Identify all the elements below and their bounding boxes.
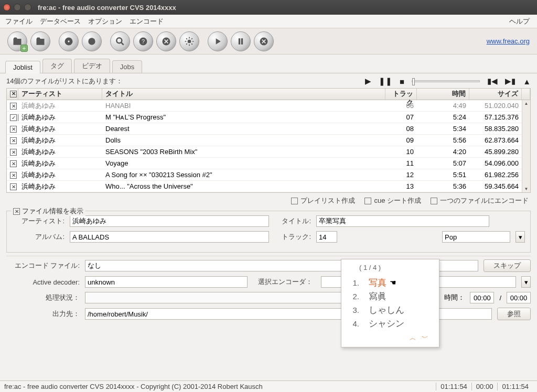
- table-row[interactable]: ✕浜崎あゆみSEASONS "2003 ReBirth Mix"104:2045…: [7, 146, 530, 158]
- opt-cuesheet[interactable]: cue シート作成: [364, 196, 421, 205]
- search-button[interactable]: [110, 31, 130, 51]
- col-size[interactable]: サイズ: [469, 89, 522, 100]
- svg-point-3: [116, 38, 122, 43]
- cell-track: 13: [385, 182, 417, 190]
- svg-rect-9: [241, 38, 243, 45]
- hand-cursor-icon: ☚: [390, 278, 396, 287]
- time-label: 時間：: [444, 293, 465, 302]
- menu-encode[interactable]: エンコード: [130, 17, 164, 26]
- opt-playlist[interactable]: プレイリスト作成: [291, 196, 355, 205]
- settings-button[interactable]: [179, 31, 199, 51]
- cell-size: 58.835.280: [469, 125, 522, 133]
- cell-artist: 浜崎あゆみ: [18, 113, 102, 122]
- svg-point-2: [88, 38, 95, 45]
- cell-track: 07: [385, 113, 417, 121]
- row-check-icon[interactable]: ✕: [10, 149, 17, 156]
- row-check-icon[interactable]: ✕: [10, 126, 17, 133]
- table-row[interactable]: ✓✕浜崎あゆみM "HᴀL'S Progress"075:2457.125.37…: [7, 112, 530, 123]
- pause-button[interactable]: [231, 31, 251, 51]
- mini-prev-icon[interactable]: ▮◀: [487, 77, 498, 86]
- info-button[interactable]: ?: [133, 31, 153, 51]
- stop-button[interactable]: [254, 31, 274, 51]
- cell-time: 5:56: [417, 136, 469, 144]
- tab-video[interactable]: ビデオ: [74, 59, 110, 73]
- mini-next-icon[interactable]: ▶▮: [505, 77, 515, 86]
- menu-file[interactable]: ファイル: [5, 17, 33, 26]
- table-row[interactable]: ✕浜崎あゆみDolls095:5662.873.664: [7, 135, 530, 146]
- col-time[interactable]: 時間: [417, 89, 469, 100]
- row-check-active-icon[interactable]: ✓: [10, 114, 17, 121]
- cell-artist: 浜崎あゆみ: [18, 170, 102, 180]
- close-icon[interactable]: [3, 4, 10, 11]
- cddb-button[interactable]: [59, 31, 79, 51]
- row-check-icon[interactable]: ✕: [10, 137, 17, 144]
- svg-point-7: [188, 39, 191, 43]
- row-check-icon[interactable]: ✕: [10, 160, 17, 167]
- opt-single-file[interactable]: 一つのファイルにエンコード: [431, 196, 529, 205]
- artist-input[interactable]: [70, 215, 269, 227]
- ime-candidate[interactable]: 2.寫眞: [347, 289, 434, 303]
- statusbar: fre:ac - free audio converter CVS 2014xx…: [0, 380, 537, 392]
- add-files-button[interactable]: +: [7, 31, 27, 51]
- cell-artist: 浜崎あゆみ: [18, 124, 102, 134]
- cancel-button[interactable]: [156, 31, 176, 51]
- title-input[interactable]: [316, 215, 489, 227]
- ime-up-icon[interactable]: ︿: [410, 334, 422, 342]
- cell-artist: 浜崎あゆみ: [18, 182, 102, 191]
- col-track[interactable]: トラック: [385, 89, 417, 100]
- position-slider[interactable]: [412, 80, 480, 82]
- col-title[interactable]: タイトル: [102, 89, 385, 100]
- ime-candidate[interactable]: 1.写真☚: [347, 276, 434, 289]
- track-input[interactable]: [316, 231, 337, 243]
- remove-files-button[interactable]: [30, 31, 50, 51]
- mini-stop-icon[interactable]: ■: [400, 77, 404, 86]
- ime-candidate-popup: ( 1 / 4 ) 1.写真☚2.寫眞3.しゃしん4.シャシン ︿﹀: [341, 259, 439, 347]
- cell-title: Voyage: [102, 159, 385, 167]
- row-check-icon[interactable]: ✕: [10, 172, 17, 179]
- mini-eject-icon[interactable]: ▲: [523, 77, 531, 86]
- output-label: 出力先：: [6, 309, 80, 319]
- table-row[interactable]: ✕浜崎あゆみWho... "Across the Universe"135:36…: [7, 181, 530, 192]
- cell-time: 5:07: [417, 159, 469, 167]
- play-button[interactable]: [208, 31, 228, 51]
- skip-button[interactable]: スキップ: [484, 259, 531, 272]
- cell-track: 10: [385, 148, 417, 156]
- artist-label: アーティスト:: [12, 216, 65, 226]
- website-link[interactable]: www.freac.org: [487, 37, 530, 45]
- tab-joblist[interactable]: Joblist: [5, 61, 40, 73]
- fileinfo-box: ✕ファイル情報を表示 アーティスト: タイトル: アルバム: トラック: ▾: [6, 211, 531, 253]
- tab-jobs[interactable]: Jobs: [112, 60, 142, 73]
- show-fileinfo-check[interactable]: ✕: [13, 208, 20, 215]
- album-input[interactable]: [70, 231, 269, 243]
- track-label: トラック:: [274, 232, 311, 242]
- minimize-icon[interactable]: [14, 4, 21, 11]
- browse-button[interactable]: 参照: [497, 308, 531, 320]
- status-text: fre:ac - free audio converter CVS 2014xx…: [4, 383, 263, 390]
- tab-tag[interactable]: タグ: [42, 59, 72, 73]
- vertical-scrollbar[interactable]: ▲▼: [522, 100, 530, 192]
- ime-down-icon[interactable]: ﹀: [422, 334, 434, 342]
- ime-candidate[interactable]: 3.しゃしん: [347, 303, 434, 317]
- progress-label: 処理状況：: [6, 293, 80, 302]
- table-row[interactable]: ✕浜崎あゆみHANABI064:4951.020.040: [7, 100, 530, 112]
- row-check-icon[interactable]: ✕: [10, 183, 17, 190]
- header-check-icon[interactable]: ✕: [10, 91, 17, 97]
- ime-candidate[interactable]: 4.シャシン: [347, 317, 434, 330]
- menu-help[interactable]: ヘルプ: [509, 17, 530, 26]
- table-row[interactable]: ✕浜崎あゆみVoyage115:0754.096.000: [7, 158, 530, 169]
- mini-pause-icon[interactable]: ❚❚: [379, 77, 392, 86]
- menu-options[interactable]: オプション: [88, 17, 122, 26]
- cddb-submit-button[interactable]: [82, 31, 102, 51]
- genre-input[interactable]: [442, 231, 510, 243]
- mini-play-icon[interactable]: ▶: [365, 77, 371, 86]
- maximize-icon[interactable]: [24, 4, 31, 11]
- row-check-icon[interactable]: ✕: [10, 103, 17, 110]
- col-artist[interactable]: アーティスト: [18, 89, 102, 100]
- cell-title: Dolls: [102, 136, 385, 144]
- menu-database[interactable]: データベース: [40, 17, 81, 26]
- genre-dropdown-icon[interactable]: ▾: [515, 231, 525, 243]
- table-row[interactable]: ✕浜崎あゆみDearest085:3458.835.280: [7, 123, 530, 135]
- table-row[interactable]: ✕浜崎あゆみA Song for ×× "030213 Session #2"1…: [7, 169, 530, 181]
- selencoder-dropdown-icon[interactable]: ▾: [521, 276, 531, 288]
- menubar: ファイル データベース オプション エンコード ヘルプ: [0, 15, 537, 28]
